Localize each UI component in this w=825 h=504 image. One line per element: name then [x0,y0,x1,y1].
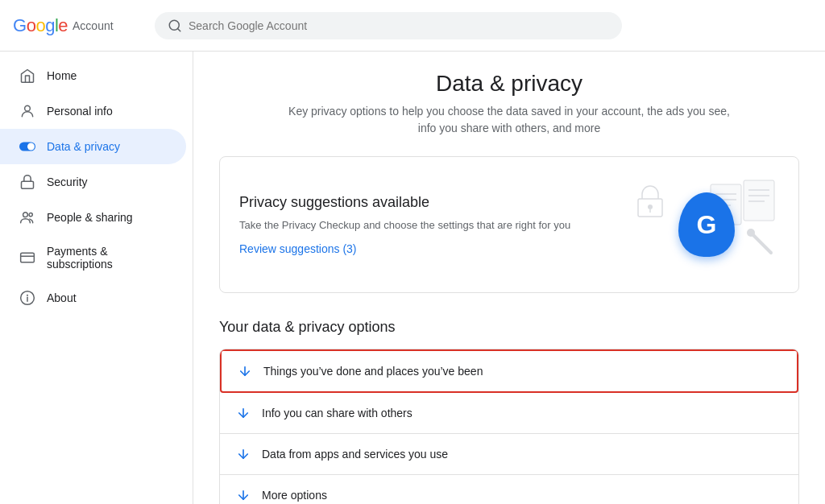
privacy-card-text: Privacy suggestions available Take the P… [239,194,570,256]
privacy-illustration: G [634,176,779,273]
down-arrow-icon [238,364,252,378]
options-section-title: Your data & privacy options [219,319,799,336]
card-icon [19,250,35,266]
info-icon [19,290,35,306]
shield-g-logo: G [678,192,735,257]
sidebar-item-payments-label: Payments & subscriptions [47,245,167,271]
search-bar [155,12,622,39]
svg-line-1 [177,28,180,31]
sidebar-item-people-sharing-label: People & sharing [47,211,133,224]
svg-rect-20 [744,180,774,221]
main-layout: Home Personal info Data & privacy Sec [0,52,825,504]
privacy-card-title: Privacy suggestions available [239,194,570,211]
account-wordmark: Account [73,19,114,32]
svg-rect-8 [21,253,35,262]
search-icon [168,19,182,33]
option-item-things-done[interactable]: Things you’ve done and places you’ve bee… [220,349,798,393]
option-item-more-options-label: More options [262,489,327,502]
svg-point-25 [747,229,755,237]
sidebar-item-about-label: About [47,291,77,304]
svg-point-2 [25,105,31,111]
shield-shape: G [678,192,735,257]
sidebar-item-home[interactable]: Home [0,58,186,93]
page-title: Data & privacy [219,71,799,97]
sidebar-item-personal-info[interactable]: Personal info [0,93,186,129]
privacy-card-description: Take the Privacy Checkup and choose the … [239,217,570,233]
main-content: Data & privacy Key privacy options to he… [193,52,825,504]
options-section: Your data & privacy options Things you’v… [219,319,799,504]
sidebar-item-about[interactable]: About [0,280,186,316]
option-item-info-share-label: Info you can share with others [262,407,412,419]
lock-icon [19,174,35,190]
sidebar-item-security-label: Security [47,176,88,188]
sidebar-item-people-sharing[interactable]: People & sharing [0,200,186,235]
svg-point-4 [27,143,35,151]
search-input[interactable] [189,19,609,32]
down-arrow-icon [236,406,251,420]
svg-line-24 [751,233,771,253]
sidebar: Home Personal info Data & privacy Sec [0,52,193,504]
sidebar-item-data-privacy[interactable]: Data & privacy [0,129,186,164]
toggle-icon [19,138,35,155]
svg-rect-5 [22,181,34,188]
option-item-info-share[interactable]: Info you can share with others [220,393,798,434]
option-item-data-apps-label: Data from apps and services you use [262,448,448,461]
page-subtitle: Key privacy options to help you choose t… [284,103,735,137]
privacy-suggestions-card: Privacy suggestions available Take the P… [219,156,799,293]
sidebar-item-data-privacy-label: Data & privacy [47,140,120,153]
option-item-data-apps[interactable]: Data from apps and services you use [220,434,798,475]
review-suggestions-link[interactable]: Review suggestions (3) [239,242,357,255]
svg-point-14 [648,204,653,209]
options-list: Things you’ve done and places you’ve bee… [219,349,799,504]
down-arrow-icon [236,488,251,502]
people-icon [19,209,35,225]
sidebar-item-security[interactable]: Security [0,164,186,200]
sidebar-item-home-label: Home [47,69,77,82]
down-arrow-icon [236,447,251,461]
svg-point-7 [29,213,32,217]
option-item-things-done-label: Things you’ve done and places you’ve bee… [263,365,483,378]
google-wordmark: Google [13,15,68,36]
home-icon [19,68,35,84]
svg-point-6 [23,213,28,217]
sidebar-item-payments[interactable]: Payments & subscriptions [0,235,186,280]
google-account-logo[interactable]: Google Account [13,15,142,36]
option-item-more-options[interactable]: More options [220,475,798,504]
sidebar-item-personal-info-label: Personal info [47,105,113,118]
header: Google Account [0,0,825,52]
person-icon [19,103,35,119]
